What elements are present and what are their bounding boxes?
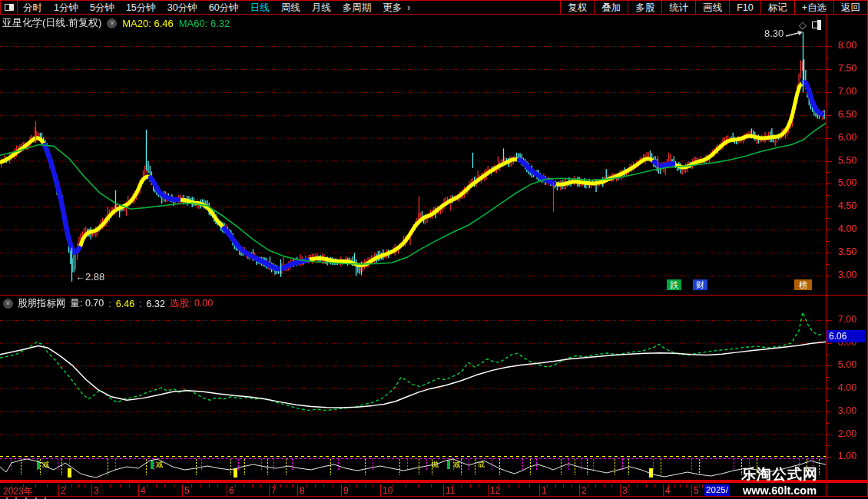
axis-tick [827,161,831,162]
year-indicator: 2025/ [704,484,730,496]
period-tab-0[interactable]: 分时 [23,2,42,15]
timeline-month: 9 [343,485,349,496]
timeline-month: 1 [542,485,547,496]
axis-tick [827,115,831,116]
main-chart-canvas[interactable] [0,15,827,295]
timeline-minor-tick [200,484,200,487]
indicator-value-0: 量: 0.70 [71,297,104,310]
timeline-minor-tick [686,484,687,487]
split-layout-icon [5,4,14,11]
indicator-name: 股朋指标网 [18,297,66,310]
timeline-month: 3 [94,485,99,496]
axis-minor-tick [827,58,829,58]
period-tab-4[interactable]: 30分钟 [167,2,197,15]
pane-icon[interactable] [812,21,821,28]
timeline[interactable]: 2023年2345678910111212345 [0,484,827,496]
period-tab-1[interactable]: 1分钟 [54,2,78,15]
period-tab-10[interactable]: 更多 [383,2,402,15]
timeline-minor-tick [479,484,479,487]
mini-signal-canvas[interactable] [0,454,827,480]
timeline-minor-tick [110,484,111,487]
axis-minor-tick [827,195,829,196]
axis-label: 2.00 [831,428,863,439]
watermark-url: www.60lt.com [737,484,822,497]
chevron-down-icon[interactable]: ˅ [3,299,13,309]
axis-label: 4.00 [831,223,863,234]
timeline-minor-tick [65,484,66,487]
period-tab-9[interactable]: 多周期 [343,2,372,15]
timeline-minor-tick [101,484,101,487]
axis-minor-tick [827,423,829,424]
timeline-tick [58,484,59,496]
axis-label: 3.00 [831,405,863,416]
period-tab-2[interactable]: 5分钟 [90,2,114,15]
timeline-minor-tick [71,484,72,487]
timeline-tick [297,484,298,496]
timeline-tick [443,484,444,496]
timeline-minor-tick [252,484,253,487]
timeline-month: 4 [141,485,146,496]
timeline-minor-tick [461,484,462,487]
axis-tick [827,46,831,47]
timeline-minor-tick [129,484,130,487]
high-price-annotation: 8.30 [764,28,805,39]
axis-tick [827,411,831,412]
timeline-minor-tick [147,484,147,487]
timeline-minor-tick [274,484,275,487]
timeline-minor-tick [35,484,36,487]
timeline-minor-tick [646,484,647,487]
timeline-minor-tick [393,484,393,487]
ma60-legend: MA60: 6.32 [179,18,230,29]
axis-minor-tick [827,150,829,150]
timeline-tick [691,484,692,496]
timeline-minor-tick [244,484,244,487]
timeline-minor-tick [209,484,210,487]
period-tab-3[interactable]: 15分钟 [126,2,156,15]
axis-divider [826,15,827,497]
timeline-minor-tick [406,484,406,487]
action-button-8[interactable]: 返回 [833,1,867,15]
arrow-right-icon [785,29,805,38]
action-button-4[interactable]: 画线 [695,1,729,15]
axis-minor-tick [827,241,829,242]
timeline-month: 10 [383,485,393,496]
period-tab-8[interactable]: 月线 [312,2,331,15]
timeline-minor-tick [680,484,681,487]
action-button-7[interactable]: +自选 [794,1,833,15]
action-button-1[interactable]: 叠加 [594,1,628,15]
timeline-minor-tick [654,484,655,487]
axis-label: 6.00 [831,132,863,143]
timeline-minor-tick [286,484,287,487]
axis-label: 3.00 [831,269,863,280]
axis-tick [827,388,831,389]
timeline-tick [138,484,139,496]
action-button-6[interactable]: 标记 [760,1,794,15]
axis-tick [827,230,831,230]
period-tab-7[interactable]: 周线 [281,2,300,15]
axis-label: 4.00 [831,382,863,393]
axis-label: 1.00 [831,451,863,461]
layout-toggle-button[interactable] [0,1,18,15]
timeline-minor-tick [306,484,306,487]
low-price-annotation: ←2.88 [75,271,104,283]
period-tab-6[interactable]: 日线 [250,2,270,15]
indicator-canvas[interactable] [0,309,827,454]
timeline-tick [663,484,664,496]
action-button-2[interactable]: 多股 [628,1,661,15]
axis-label: 5.00 [831,177,863,188]
timeline-minor-tick [235,484,236,487]
chevron-down-icon[interactable]: ˅ [107,18,117,28]
action-button-0[interactable]: 复权 [560,1,594,15]
period-tabs: 分时1分钟5分钟15分钟30分钟60分钟日线周线月线多周期更多› [23,1,410,15]
axis-tick [827,207,831,207]
period-tab-5[interactable]: 60分钟 [209,2,239,15]
action-button-3[interactable]: 统计 [661,1,695,15]
timeline-minor-tick [547,484,548,487]
action-button-5[interactable]: F10 [729,1,760,15]
axis-tick [827,138,831,139]
timeline-tick [539,484,540,496]
timeline-minor-tick [156,484,157,487]
timeline-minor-tick [365,484,366,487]
timeline-month: 8 [300,485,305,496]
axis-tick [827,276,831,276]
